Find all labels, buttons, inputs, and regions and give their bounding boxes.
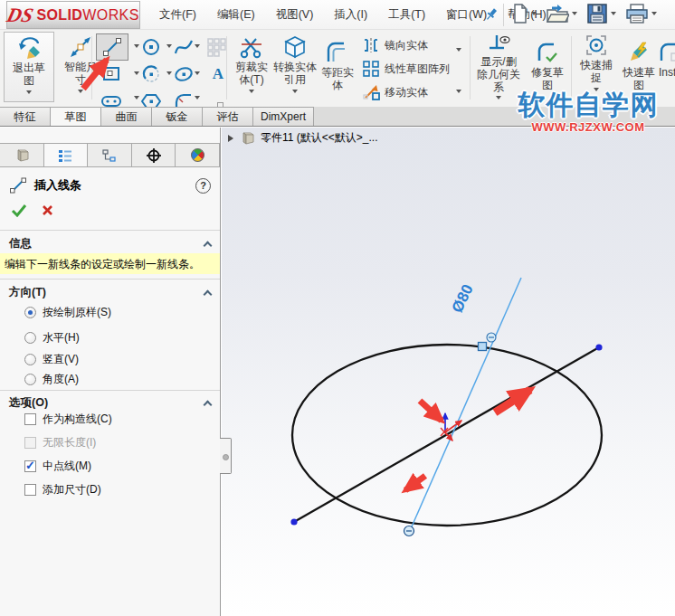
ok-check-icon[interactable] [11,204,27,217]
radio-horizontal[interactable]: 水平(H) [24,330,80,346]
quick-snaps-button[interactable]: 快速捕捉 [575,32,618,91]
quick-snaps-label: 快速捕捉 [576,60,616,85]
direction-section-header[interactable]: 方向(T) [9,285,211,300]
sketch-canvas[interactable]: Ø80 [222,128,675,616]
circle-icon [141,37,161,57]
display-delete-relations-caret[interactable] [496,96,501,100]
tab-dimxpert-manager[interactable] [131,143,176,166]
convert-entities-button[interactable]: 转换实体引用 [273,33,317,93]
line-tool-button[interactable] [96,33,128,61]
ribbon-separator [226,36,227,100]
panel-tab-strip [0,143,220,167]
tab-display-manager[interactable] [175,143,220,166]
spline-tool-button[interactable] [170,35,197,59]
convert-entities-caret[interactable] [292,90,298,93]
pin-icon[interactable] [485,7,498,24]
checkbox-midpoint-line[interactable]: 中点线(M) [24,459,91,474]
save-caret[interactable] [611,12,616,15]
menu-edit[interactable]: 编辑(E) [217,7,255,23]
repair-sketch-label: 修复草图 [528,67,567,92]
mirror-entities-label: 镜向实体 [385,38,428,53]
tab-surfaces[interactable]: 曲面 [100,107,152,126]
radio-angle[interactable]: 角度(A) [24,372,79,387]
radio-as-sketched[interactable]: 按绘制原样(S) [24,305,111,320]
new-document-caret[interactable] [531,12,537,15]
move-flyout-caret[interactable] [456,90,461,93]
smart-dimension-caret[interactable] [78,90,83,93]
exit-sketch-button[interactable]: 退出草图 [4,32,54,102]
rectangle-tool-button[interactable] [98,62,125,86]
tab-evaluate[interactable]: 评估 [202,107,253,126]
graphics-viewport[interactable]: 零件11 (默认<<默认>_... [222,128,675,616]
print-button[interactable] [625,3,657,24]
tab-feature-manager[interactable] [0,143,44,166]
trim-entities-caret[interactable] [249,90,254,93]
menu-file[interactable]: 文件(F) [159,7,196,23]
print-icon [625,3,649,24]
move-entities-button[interactable]: 移动实体 [362,83,428,101]
linear-pattern-button[interactable]: 线性草图阵列 [362,60,450,78]
property-manager-actions [11,204,53,217]
trim-entities-button[interactable]: 剪裁实体(T) [230,33,273,93]
tab-dimxpert[interactable]: DimXpert [252,107,314,126]
tab-features[interactable]: 特征 [0,107,51,126]
menu-tools[interactable]: 工具(T) [388,7,425,23]
cancel-x-icon[interactable] [42,204,53,216]
command-tab-bar: 特征 草图 曲面 钣金 评估 DimXpert [0,107,675,127]
print-caret[interactable] [651,12,657,15]
message-section-header[interactable]: 信息 [9,236,211,251]
checkbox-add-dimensions[interactable]: 添加尺寸(D) [24,482,101,498]
rapid-sketch-button[interactable]: 快速草图 [619,39,659,92]
configuration-icon [101,148,118,163]
rectangle-icon [101,65,121,83]
quick-snaps-caret[interactable] [594,88,599,91]
main-area: 插入线条 信息 编辑下一新线条的设定或绘制一新线条。 方向(T) [0,128,675,616]
ellipse-tool-button[interactable] [170,62,197,86]
tab-sketch[interactable]: 草图 [50,107,101,126]
tab-configuration-manager[interactable] [87,143,132,166]
grid-icon [206,37,226,57]
rapid-sketch-label: 快速草图 [619,67,659,92]
mirror-flyout-caret[interactable] [456,48,461,52]
logo-ds-icon: DS [5,5,36,25]
checkbox-icon [24,484,36,496]
property-manager-header: 插入线条 [0,173,220,198]
dimension-label: Ø80 [449,282,477,316]
instant2d-button[interactable]: Inst [659,39,675,80]
fillet-tool-caret[interactable] [195,96,200,100]
panel-splitter-handle[interactable] [220,438,232,474]
text-tool-button[interactable] [204,62,232,86]
open-button[interactable] [546,3,577,24]
checkbox-icon [24,437,36,449]
property-manager-icon [57,148,73,163]
radio-vertical[interactable]: 竖直(V) [24,352,79,367]
help-icon[interactable] [195,178,211,194]
collapse-chevron-icon [204,289,213,299]
repair-sketch-button[interactable]: 修复草图 [526,39,569,92]
menu-window[interactable]: 窗口(W) [446,7,487,23]
radio-icon [24,354,36,365]
mirror-entities-button[interactable]: 镜向实体 [362,37,428,53]
message-box: 编辑下一新线条的设定或绘制一新线条。 [0,253,220,274]
display-delete-relations-button[interactable]: 显示/删除几何关系 [475,32,522,100]
tab-sheet-metal[interactable]: 钣金 [151,107,203,126]
open-caret[interactable] [572,12,577,15]
ellipse-tool-caret[interactable] [195,71,200,75]
tab-property-manager[interactable] [43,143,89,166]
circle-tool-button[interactable] [138,35,165,59]
exit-sketch-icon [15,34,43,62]
checkbox-for-construction[interactable]: 作为构造线(C) [24,412,112,427]
arc-tool-button[interactable] [138,62,165,86]
options-section-header[interactable]: 选项(O) [9,395,211,411]
exit-sketch-caret[interactable] [26,90,32,94]
new-document-button[interactable] [512,3,537,24]
trim-entities-icon [240,33,263,61]
offset-entities-label: 等距实体 [319,67,356,92]
menu-insert[interactable]: 插入(I) [334,7,367,23]
logo-text-solid: SOLID [36,7,82,23]
menu-view[interactable]: 视图(V) [276,7,314,23]
save-button[interactable] [586,3,616,24]
offset-entities-button[interactable]: 等距实体 [318,39,357,92]
spline-tool-caret[interactable] [195,44,200,48]
open-icon [546,3,569,24]
